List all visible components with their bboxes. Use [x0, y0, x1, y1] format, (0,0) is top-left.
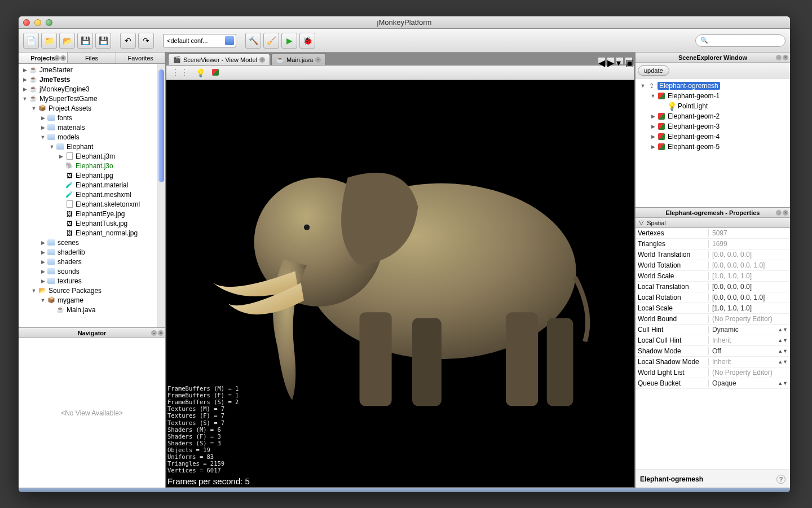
close-tab-icon[interactable]: ×	[315, 57, 321, 63]
tree-item[interactable]: ▶sounds	[19, 266, 165, 276]
tree-item[interactable]: 🖼Elephant_normal.jpg	[19, 228, 165, 238]
scene-tree[interactable]: ▼⇪Elephant-ogremesh▼Elephant-geom-1💡Poin…	[636, 78, 790, 207]
scene-explorer-header[interactable]: SceneExplorer Window –×	[636, 52, 790, 63]
property-row[interactable]: Local Translation[0.0, 0.0, 0.0]	[636, 282, 790, 292]
minimize-icon[interactable]: –	[776, 210, 782, 216]
property-value: [0.0, 0.0, 0.0, 1.0]	[709, 261, 790, 269]
run-button[interactable]: ▶	[281, 33, 297, 49]
tree-item[interactable]: ▶☕JmeTests	[19, 75, 165, 84]
close-icon[interactable]: ×	[783, 55, 788, 60]
tree-item[interactable]: ▶textures	[19, 276, 165, 286]
close-window-button[interactable]	[23, 19, 30, 26]
property-value[interactable]: Opaque▲▼	[709, 379, 790, 387]
scene-tree-item[interactable]: ▶Elephant-geom-4	[637, 132, 789, 142]
close-icon[interactable]: ×	[783, 210, 788, 216]
tab-list-button[interactable]: ▾	[616, 57, 624, 65]
chevron-updown-icon[interactable]: ▲▼	[778, 380, 788, 386]
close-icon[interactable]: ×	[60, 55, 66, 61]
scene-tree-item[interactable]: ▼⇪Elephant-ogremesh	[637, 81, 789, 91]
zoom-window-button[interactable]	[46, 19, 52, 26]
redo-button[interactable]: ↷	[138, 33, 154, 49]
scene-tree-item[interactable]: ▶Elephant-geom-5	[637, 142, 789, 152]
new-file-button[interactable]: 📄	[23, 33, 39, 49]
search-input[interactable]: 🔍	[695, 34, 785, 47]
maximize-editor-button[interactable]: ▣	[625, 57, 633, 65]
project-tree[interactable]: ▶☕JmeStarter▶☕JmeTests▶☕jMonkeyEngine3▼☕…	[19, 64, 165, 327]
tree-item[interactable]: ▶Elephant.j3m	[19, 151, 165, 161]
debug-button[interactable]: 🐞	[299, 33, 315, 49]
open-button[interactable]: 📂	[59, 33, 75, 49]
tree-item[interactable]: 🖼ElephantTusk.jpg	[19, 218, 165, 228]
property-value[interactable]: [1.0, 1.0, 1.0]	[709, 304, 790, 312]
save-button[interactable]: 💾	[77, 33, 93, 49]
tab-files[interactable]: Files	[68, 52, 117, 63]
property-row[interactable]: Cull HintDynamic▲▼	[636, 325, 790, 335]
tab-scroll-left-button[interactable]: ◀	[598, 57, 606, 65]
chevron-updown-icon[interactable]: ▲▼	[778, 338, 788, 343]
property-value[interactable]: [0.0, 0.0, 0.0]	[709, 283, 790, 291]
scroll-thumb[interactable]	[158, 69, 164, 182]
scene-tree-item[interactable]: 💡PointLight	[637, 101, 789, 111]
viewport-3d[interactable]: FrameBuffers (M) = 1 FrameBuffers (F) = …	[166, 80, 634, 487]
tab-favorites[interactable]: Favorites	[116, 52, 165, 63]
minimize-icon[interactable]: –	[151, 330, 157, 336]
tree-item[interactable]: ▼models	[19, 132, 165, 142]
tree-item[interactable]: 🖼ElephantEye.jpg	[19, 209, 165, 218]
tree-item[interactable]: ▶scenes	[19, 238, 165, 247]
tree-item[interactable]: ▶☕jMonkeyEngine3	[19, 84, 165, 94]
tree-item[interactable]: ▶☕JmeStarter	[19, 65, 165, 75]
scene-tree-item[interactable]: ▶Elephant-geom-2	[637, 111, 789, 121]
property-row[interactable]: Queue BucketOpaque▲▼	[636, 378, 790, 389]
tree-item[interactable]: ▼📂Source Packages	[19, 286, 165, 295]
clean-build-button[interactable]: 🧹	[263, 33, 279, 49]
scrollbar[interactable]	[157, 64, 165, 327]
editor-tab[interactable]: 🎬SceneViewer - View Model×	[168, 54, 270, 65]
tree-item[interactable]: ▼Elephant	[19, 142, 165, 151]
tree-item[interactable]: 🧪Elephant.meshxml	[19, 190, 165, 199]
chevron-updown-icon[interactable]: ▲▼	[778, 348, 788, 354]
tree-item[interactable]: ▶materials	[19, 122, 165, 132]
tree-item[interactable]: ▶shaders	[19, 257, 165, 266]
save-all-button[interactable]: 💾	[95, 33, 111, 49]
chevron-updown-icon[interactable]: ▲▼	[778, 327, 788, 332]
property-section[interactable]: ▽ Spatial	[636, 218, 790, 228]
property-row[interactable]: Shadow ModeOff▲▼	[636, 346, 790, 357]
tree-item[interactable]: 🧪Elephant.material	[19, 180, 165, 190]
tab-projects[interactable]: Projects –×	[19, 52, 68, 63]
tree-item[interactable]: 🖼Elephant.jpg	[19, 170, 165, 180]
chevron-updown-icon[interactable]: ▲▼	[778, 359, 788, 365]
tree-item[interactable]: ▼📦Project Assets	[19, 103, 165, 113]
property-row[interactable]: Local Scale[1.0, 1.0, 1.0]	[636, 303, 790, 314]
minimize-icon[interactable]: –	[776, 55, 782, 60]
scene-tree-item[interactable]: ▼Elephant-geom-1	[637, 91, 789, 101]
help-icon[interactable]: ?	[776, 475, 785, 484]
minimize-icon[interactable]: –	[54, 55, 60, 61]
tab-scroll-right-button[interactable]: ▶	[607, 57, 615, 65]
scene-tree-item[interactable]: ▶Elephant-geom-3	[637, 121, 789, 132]
update-button[interactable]: update	[638, 65, 669, 76]
navigator-header[interactable]: Navigator –×	[19, 328, 165, 338]
close-tab-icon[interactable]: ×	[259, 57, 265, 63]
build-button[interactable]: 🔨	[245, 33, 261, 49]
new-project-button[interactable]: 📁	[41, 33, 57, 49]
cube-toggle-button[interactable]	[212, 68, 219, 78]
close-icon[interactable]: ×	[158, 330, 164, 336]
editor-tab[interactable]: ☕Main.java×	[271, 54, 326, 65]
property-value[interactable]: Dynamic▲▼	[709, 326, 790, 334]
property-value[interactable]: Off▲▼	[709, 347, 790, 355]
tree-item[interactable]: ▶shaderlib	[19, 247, 165, 257]
tree-item[interactable]: ▶fonts	[19, 113, 165, 122]
properties-header[interactable]: Elephant-ogremesh - Properties –×	[636, 208, 790, 218]
light-toggle-button[interactable]: 💡	[196, 68, 205, 77]
tree-item[interactable]: 🐘Elephant.j3o	[19, 161, 165, 170]
tree-item[interactable]: Elephant.skeletonxml	[19, 199, 165, 209]
tree-item[interactable]: ▼📦mygame	[19, 295, 165, 305]
undo-button[interactable]: ↶	[120, 33, 136, 49]
property-value[interactable]: [0.0, 0.0, 0.0, 1.0]	[709, 294, 790, 301]
minimize-window-button[interactable]	[34, 19, 41, 26]
tree-item[interactable]: ☕Main.java	[19, 305, 165, 314]
run-config-dropdown[interactable]: <default conf...	[163, 34, 236, 47]
tree-item[interactable]: ▼☕MySuperTestGame	[19, 94, 165, 103]
property-row[interactable]: Local Rotation[0.0, 0.0, 0.0, 1.0]	[636, 292, 790, 303]
titlebar[interactable]: jMonkeyPlatform	[19, 16, 790, 29]
